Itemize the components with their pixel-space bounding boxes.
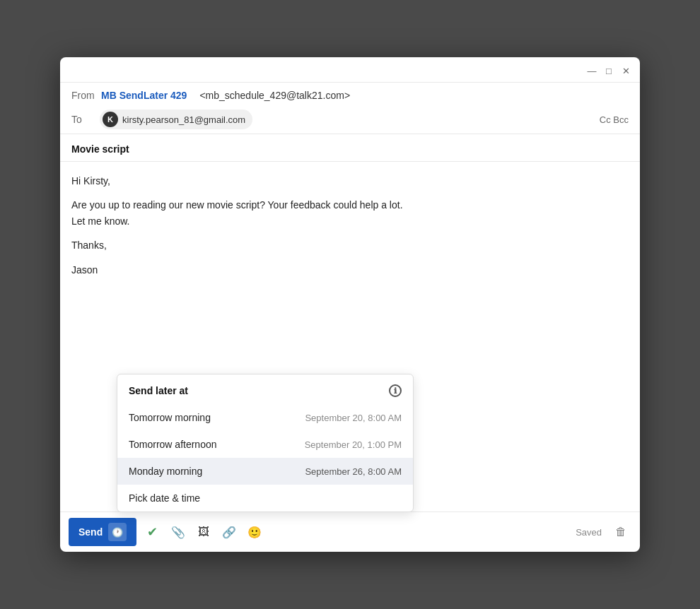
option-time-monday-morning: September 26, 8:00 AM <box>305 466 402 477</box>
option-time-tomorrow-afternoon: September 20, 1:00 PM <box>305 439 402 450</box>
minimize-button[interactable]: — <box>586 66 597 77</box>
send-button[interactable]: Send 🕐 <box>69 518 136 546</box>
option-label-tomorrow-morning: Tomorrow morning <box>129 412 211 423</box>
delete-icon: 🗑 <box>615 526 626 538</box>
emoji-icon: 🙂 <box>247 526 262 539</box>
send-later-option-tomorrow-morning[interactable]: Tomorrow morning September 20, 8:00 AM <box>117 404 413 431</box>
from-row: From MB SendLater 429 <mb_schedule_429@t… <box>60 83 640 105</box>
subject-text: Movie script <box>71 143 129 155</box>
attach-button[interactable]: 📎 <box>168 521 189 543</box>
option-label-monday-morning: Monday morning <box>129 466 202 477</box>
recipient-avatar: K <box>103 112 118 127</box>
option-time-tomorrow-morning: September 20, 8:00 AM <box>305 413 402 423</box>
email-compose-window: — □ ✕ From MB SendLater 429 <mb_schedule… <box>60 57 640 552</box>
image-button[interactable]: 🖼 <box>193 521 214 543</box>
delete-button[interactable]: 🗑 <box>610 521 631 543</box>
recipient-email: kirsty.pearson_81@gmail.com <box>122 114 245 125</box>
attach-icon: 📎 <box>171 526 185 539</box>
info-icon[interactable]: ℹ <box>389 384 402 397</box>
link-icon: 🔗 <box>222 526 236 539</box>
from-label: From <box>71 90 93 101</box>
title-bar: — □ ✕ <box>60 57 640 83</box>
checkmark-icon: ✔ <box>147 524 158 540</box>
image-icon: 🖼 <box>198 526 209 538</box>
from-sender-name: MB SendLater 429 <box>101 90 187 101</box>
checkmark-button[interactable]: ✔ <box>141 521 163 543</box>
signature: Jason <box>71 262 629 278</box>
send-later-option-monday-morning[interactable]: Monday morning September 26, 8:00 AM <box>117 458 413 485</box>
saved-label: Saved <box>576 527 602 538</box>
send-later-title: Send later at <box>129 385 188 396</box>
greeting: Hi Kirsty, <box>71 173 629 189</box>
send-label: Send <box>78 526 103 538</box>
option-label-tomorrow-afternoon: Tomorrow afternoon <box>129 439 217 450</box>
from-sender-email: <mb_schedule_429@talk21.com> <box>199 90 350 101</box>
option-label-pick-date: Pick date & time <box>129 492 200 504</box>
send-later-option-tomorrow-afternoon[interactable]: Tomorrow afternoon September 20, 1:00 PM <box>117 431 413 458</box>
link-button[interactable]: 🔗 <box>218 521 240 543</box>
send-later-panel: Send later at ℹ Tomorrow morning Septemb… <box>117 374 414 512</box>
to-row: To K kirsty.pearson_81@gmail.com Cc Bcc <box>60 105 640 134</box>
closing: Thanks, <box>71 237 629 253</box>
send-clock-icon: 🕐 <box>108 523 127 541</box>
emoji-button[interactable]: 🙂 <box>244 521 265 543</box>
recipient-chip[interactable]: K kirsty.pearson_81@gmail.com <box>100 110 252 129</box>
maximize-button[interactable]: □ <box>603 66 614 77</box>
send-later-header: Send later at ℹ <box>117 374 413 404</box>
close-button[interactable]: ✕ <box>620 66 631 77</box>
window-controls: — □ ✕ <box>586 66 631 77</box>
toolbar: Send 🕐 ✔ 📎 🖼 🔗 🙂 Saved 🗑 <box>60 512 640 552</box>
cc-bcc-button[interactable]: Cc Bcc <box>600 114 629 125</box>
body-paragraph1: Are you up to reading our new movie scri… <box>71 197 629 229</box>
to-label: To <box>71 114 93 125</box>
send-later-option-pick-date[interactable]: Pick date & time <box>117 485 413 512</box>
subject-row: Movie script <box>60 134 640 162</box>
